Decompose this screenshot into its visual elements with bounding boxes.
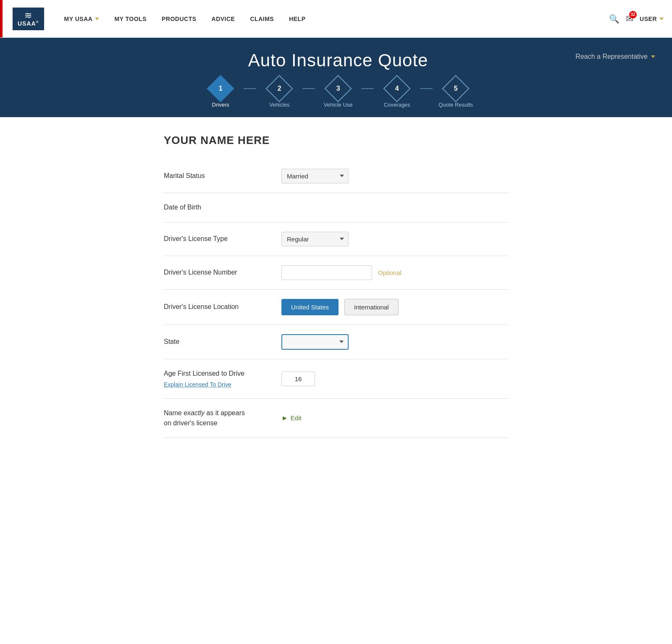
nav-item-claims[interactable]: CLAIMS <box>242 0 281 38</box>
nav-bar: ≋ USAA® MY USAA MY TOOLS PRODUCTS ADVICE… <box>0 0 672 38</box>
nav-item-products[interactable]: PRODUCTS <box>154 0 204 38</box>
step-3-label: Vehicle Use <box>324 102 353 109</box>
license-number-label: Driver's License Number <box>164 269 281 276</box>
marital-status-select[interactable]: Married Single Divorced Widowed <box>281 169 349 183</box>
step-2-label: Vehicles <box>269 102 289 109</box>
license-type-row: Driver's License Type Regular Commercial… <box>164 223 508 256</box>
marital-status-label: Marital Status <box>164 172 281 180</box>
banner-title-area: Auto Insurance Quote 1 Drivers 2 Vehicle… <box>101 50 575 109</box>
step-5-label: Quote Results <box>438 102 473 109</box>
license-location-field: United States International <box>281 299 508 315</box>
step-5[interactable]: 5 Quote Results <box>433 79 479 109</box>
step-connector-2 <box>302 88 315 89</box>
explain-licensed-to-drive-link[interactable]: Explain Licensed To Drive <box>164 380 281 389</box>
nav-item-mytools[interactable]: MY TOOLS <box>107 0 154 38</box>
name-on-license-label-pre: Name <box>164 409 184 416</box>
nav-item-myusaa[interactable]: MY USAA <box>57 0 107 38</box>
step-4[interactable]: 4 Coverages <box>374 79 420 109</box>
step-2[interactable]: 2 Vehicles <box>256 79 302 109</box>
edit-link[interactable]: ► Edit <box>281 414 302 422</box>
international-button[interactable]: International <box>344 299 399 315</box>
name-on-license-label-area: Name exactly as it appearson driver's li… <box>164 408 281 428</box>
license-number-input[interactable] <box>281 265 372 280</box>
reach-rep-chevron-icon <box>651 55 655 58</box>
mail-badge: 32 <box>629 11 637 18</box>
marital-status-row: Marital Status Married Single Divorced W… <box>164 160 508 193</box>
license-number-row: Driver's License Number Optional <box>164 256 508 290</box>
state-field: Alabama Alaska Arizona California Texas <box>281 334 508 350</box>
step-1[interactable]: 1 Drivers <box>197 79 244 109</box>
marital-status-field: Married Single Divorced Widowed <box>281 169 508 183</box>
license-type-label: Driver's License Type <box>164 235 281 243</box>
step-connector-4 <box>420 88 433 89</box>
age-licensed-field <box>281 372 508 386</box>
name-on-license-field: ► Edit <box>281 414 508 422</box>
age-licensed-row: Age First Licensed to Drive Explain Lice… <box>164 359 508 399</box>
nav-red-line <box>0 0 3 37</box>
age-licensed-input[interactable] <box>281 372 315 386</box>
united-states-button[interactable]: United States <box>281 299 339 315</box>
license-number-field: Optional <box>281 265 508 280</box>
name-on-license-row: Name exactly as it appearson driver's li… <box>164 399 508 438</box>
age-licensed-label-area: Age First Licensed to Drive Explain Lice… <box>164 369 281 389</box>
date-of-birth-row: Date of Birth <box>164 193 508 223</box>
step-3-diamond: 3 <box>325 75 352 102</box>
step-3[interactable]: 3 Vehicle Use <box>315 79 361 109</box>
user-menu[interactable]: USER <box>640 16 664 22</box>
state-label: State <box>164 338 281 346</box>
license-type-select[interactable]: Regular Commercial Foreign <box>281 232 349 246</box>
age-licensed-label: Age First Licensed to Drive <box>164 369 281 379</box>
nav-links: MY USAA MY TOOLS PRODUCTS ADVICE CLAIMS … <box>57 0 609 38</box>
nav-item-advice[interactable]: ADVICE <box>204 0 243 38</box>
state-row: State Alabama Alaska Arizona California … <box>164 325 508 359</box>
logo-area: ≋ USAA® <box>13 8 44 30</box>
nav-item-help[interactable]: HELP <box>281 0 313 38</box>
date-of-birth-label: Date of Birth <box>164 204 281 211</box>
search-icon[interactable]: 🔍 <box>609 14 620 24</box>
step-connector-1 <box>244 88 256 89</box>
license-location-label: Driver's License Location <box>164 303 281 311</box>
logo-box: ≋ USAA® <box>13 8 44 30</box>
step-1-diamond: 1 <box>207 75 234 102</box>
optional-label: Optional <box>378 269 402 276</box>
step-1-label: Drivers <box>212 102 229 109</box>
logo-text: USAA® <box>18 20 39 27</box>
step-connector-3 <box>361 88 374 89</box>
license-type-field: Regular Commercial Foreign <box>281 232 508 246</box>
name-on-license-italic: exactly <box>184 409 205 416</box>
step-4-label: Coverages <box>384 102 410 109</box>
form-container: YOUR NAME HERE Marital Status Married Si… <box>147 134 525 438</box>
step-5-diamond: 5 <box>442 75 470 102</box>
user-name: YOUR NAME HERE <box>164 134 508 147</box>
step-4-diamond: 4 <box>383 75 411 102</box>
user-chevron-icon <box>659 18 664 20</box>
page-title: Auto Insurance Quote <box>248 50 428 71</box>
edit-arrow-icon: ► <box>281 414 288 422</box>
step-2-diamond: 2 <box>266 75 293 102</box>
state-select[interactable]: Alabama Alaska Arizona California Texas <box>281 334 349 350</box>
nav-right: 🔍 ✉ 32 USER <box>609 13 664 24</box>
reach-representative-button[interactable]: Reach a Representative <box>575 50 655 60</box>
logo-waves-icon: ≋ <box>24 11 32 20</box>
steps-row: 1 Drivers 2 Vehicles 3 Vehicle Use <box>197 79 479 109</box>
mail-icon-wrap[interactable]: ✉ 32 <box>626 13 633 24</box>
header-banner: Auto Insurance Quote 1 Drivers 2 Vehicle… <box>0 38 672 117</box>
license-location-row: Driver's License Location United States … <box>164 290 508 325</box>
chevron-down-icon <box>95 18 99 20</box>
